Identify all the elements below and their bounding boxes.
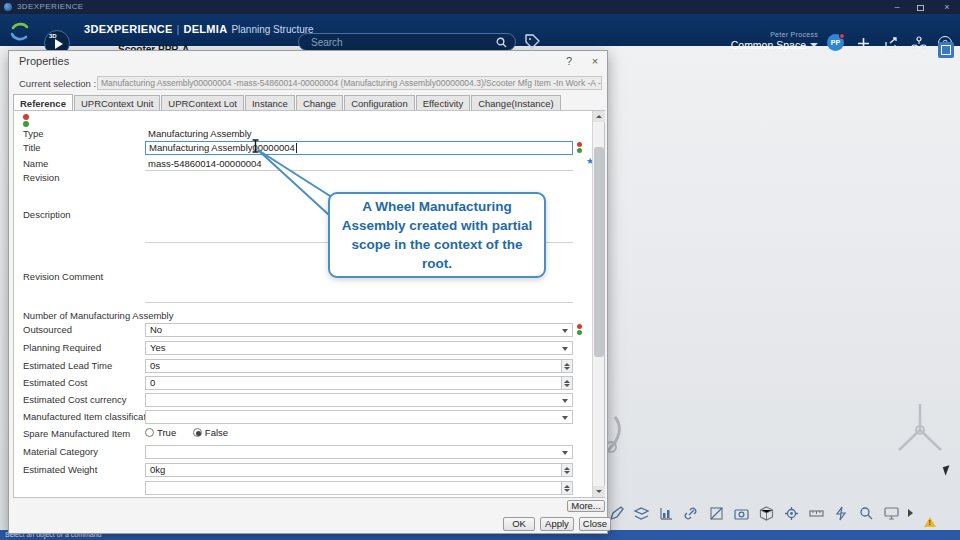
apply-button[interactable]: Apply xyxy=(540,517,574,531)
layers-icon[interactable] xyxy=(633,505,650,522)
field-label: Name xyxy=(23,158,48,169)
dialog-scrollbar[interactable] xyxy=(592,111,604,497)
lead-time-value: 0s xyxy=(150,360,160,371)
chevron-down-icon xyxy=(562,451,568,455)
brand-platform: 3DEXPERIENCE xyxy=(84,23,173,35)
tab-change-instance[interactable]: Change(Instance) xyxy=(471,95,561,111)
estimated-cost-spinner[interactable]: 0 xyxy=(145,376,573,390)
monitor-icon[interactable] xyxy=(883,505,900,522)
share-icon xyxy=(884,36,899,50)
maximize-button[interactable] xyxy=(912,1,930,13)
tab-effectivity[interactable]: Effectivity xyxy=(416,95,470,111)
number-of-assembly-value xyxy=(145,309,573,323)
planning-required-select[interactable]: Yes xyxy=(145,341,573,355)
scroll-up-button[interactable] xyxy=(593,111,605,122)
lightning-icon[interactable] xyxy=(833,505,850,522)
brand-text: 3DEXPERIENCE|DELMIAPlanning Structure xyxy=(84,23,314,35)
weight-value: 0kg xyxy=(150,464,165,475)
clipped-field[interactable] xyxy=(145,481,573,495)
chevron-down-icon xyxy=(562,416,568,420)
search-input[interactable] xyxy=(311,35,481,49)
tab-instance[interactable]: Instance xyxy=(245,95,295,111)
field-label: Estimated Lead Time xyxy=(23,360,112,371)
dialog-help-button[interactable]: ? xyxy=(561,53,577,69)
cost-currency-select[interactable] xyxy=(145,393,573,407)
spinner-buttons[interactable] xyxy=(561,377,572,389)
user-space-block[interactable]: Peter Process Common Space xyxy=(731,31,818,51)
material-category-select[interactable] xyxy=(145,445,573,459)
field-label: Estimated Weight xyxy=(23,464,97,475)
search-box[interactable] xyxy=(298,33,516,51)
dock-panel-icon[interactable] xyxy=(938,42,954,58)
tab-reference[interactable]: Reference xyxy=(13,94,73,111)
title-value: Manufacturing Assembly00000004 xyxy=(149,142,295,153)
field-label: Title xyxy=(23,142,41,153)
view-compass-icon[interactable] xyxy=(893,400,947,462)
spinner-buttons[interactable] xyxy=(561,482,572,494)
estimated-lead-time-spinner[interactable]: 0s xyxy=(145,359,573,373)
chart-icon[interactable] xyxy=(658,505,675,522)
maturity-status-icon xyxy=(23,114,29,127)
avatar[interactable]: PP xyxy=(827,34,844,51)
scrollbar-thumb[interactable] xyxy=(594,147,604,357)
field-label: Material Category xyxy=(23,446,98,457)
field-row-spare-item: Spare Manufactured Item True False xyxy=(9,427,609,443)
field-row-estimated-cost: Estimated Cost 0 xyxy=(9,376,609,392)
outsourced-value: No xyxy=(150,324,162,335)
chevron-down-icon xyxy=(810,43,818,47)
add-button[interactable] xyxy=(854,35,872,51)
field-row-planning-required: Planning Required Yes xyxy=(9,341,609,357)
tab-change[interactable]: Change xyxy=(296,95,343,111)
scroll-down-button[interactable] xyxy=(593,486,605,497)
bottom-toolbar xyxy=(608,498,952,528)
tab-uprcontext-lot[interactable]: UPRContext Lot xyxy=(161,95,244,111)
callout-text: A Wheel Manufacturing Assembly created w… xyxy=(338,197,536,273)
magnifier-tool-icon[interactable] xyxy=(858,505,875,522)
brand-pipe: | xyxy=(177,23,180,35)
outsourced-select[interactable]: No xyxy=(145,323,573,337)
close-button-dialog[interactable]: Close xyxy=(579,517,611,531)
radio-false-label: False xyxy=(205,427,228,438)
field-label: Revision Comment xyxy=(23,271,103,282)
current-selection-label: Current selection : xyxy=(19,78,96,89)
radio-icon xyxy=(145,428,154,437)
cube-icon[interactable] xyxy=(758,505,775,522)
estimated-weight-spinner[interactable]: 0kg xyxy=(145,463,573,477)
app-bar: 3D 3DEXPERIENCE|DELMIAPlanning Structure… xyxy=(0,14,960,46)
collaboration-button[interactable] xyxy=(910,35,928,51)
dialog-title: Properties xyxy=(19,55,69,67)
app-icon xyxy=(4,3,12,11)
gear-icon[interactable] xyxy=(783,505,800,522)
name-input[interactable]: mass-54860014-00000004 xyxy=(145,157,573,171)
tag-icon[interactable] xyxy=(524,33,541,50)
chevron-down-icon xyxy=(562,399,568,403)
more-button[interactable]: More... xyxy=(567,500,605,512)
tab-uprcontext-unit[interactable]: UPRContext Unit xyxy=(74,95,160,111)
close-button[interactable]: × xyxy=(938,1,956,13)
item-classification-select[interactable] xyxy=(145,410,573,424)
share-button[interactable] xyxy=(882,35,900,51)
spinner-buttons[interactable] xyxy=(561,464,572,476)
dialog-close-icon[interactable]: × xyxy=(587,53,603,69)
field-label: Planning Required xyxy=(23,342,101,353)
spinner-buttons[interactable] xyxy=(561,360,572,372)
search-icon[interactable] xyxy=(496,37,507,48)
ruler-icon[interactable] xyxy=(808,505,825,522)
radio-false[interactable]: False xyxy=(193,427,228,438)
camera-icon[interactable] xyxy=(733,505,750,522)
warning-icon[interactable] xyxy=(924,517,936,527)
title-input[interactable]: Manufacturing Assembly00000004 xyxy=(145,141,573,155)
notification-dot xyxy=(839,33,845,39)
section-plane-icon[interactable] xyxy=(708,505,725,522)
tab-configuration[interactable]: Configuration xyxy=(344,95,415,111)
field-label: Type xyxy=(23,128,44,139)
link-icon[interactable] xyxy=(683,505,700,522)
3ds-logo-icon[interactable] xyxy=(8,19,32,43)
mouse-cursor xyxy=(943,465,952,476)
radio-true[interactable]: True xyxy=(145,427,176,438)
minimize-button[interactable]: – xyxy=(888,1,906,13)
ok-button[interactable]: OK xyxy=(503,517,535,531)
current-selection-field[interactable]: Manufacturing Assembly00000004 -mass-548… xyxy=(97,76,602,90)
toolbar-overflow-icon[interactable] xyxy=(908,509,913,517)
field-label: Spare Manufactured Item xyxy=(23,428,130,439)
